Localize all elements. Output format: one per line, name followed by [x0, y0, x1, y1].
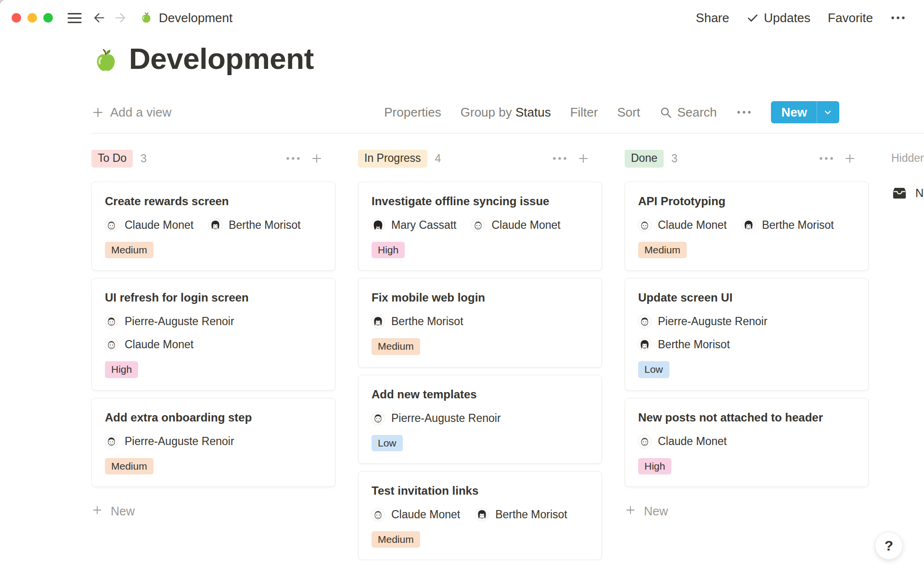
close-window-button[interactable] [12, 13, 21, 23]
card[interactable]: Create rewards screenClaude MonetBerthe … [91, 182, 335, 271]
assignee-name: Berthe Morisot [495, 508, 567, 521]
search-icon [659, 106, 672, 119]
card[interactable]: Add new templatesPierre-Auguste RenoirLo… [358, 375, 602, 464]
menu-icon[interactable] [67, 12, 82, 25]
assignee-name: Berthe Morisot [229, 219, 301, 232]
new-card-button[interactable]: New [91, 504, 335, 519]
column-actions [285, 152, 323, 165]
assignee-row: Claude MonetBerthe Morisot [638, 219, 855, 232]
avatar-man-dark-hair [105, 435, 118, 448]
card-title: Add extra onboarding step [105, 410, 322, 425]
assignee: Pierre-Auguste Renoir [638, 315, 768, 328]
window-controls [12, 13, 53, 23]
avatar-woman-dark-hair [372, 315, 385, 328]
page-emoji-green-apple-icon[interactable] [91, 46, 120, 75]
notion-window: Development Share Updates Favorite Devel… [0, 0, 924, 578]
column-cards: API PrototypingClaude MonetBerthe Moriso… [625, 182, 869, 487]
filter-button[interactable]: Filter [570, 105, 598, 120]
assignee-name: Pierre-Auguste Renoir [658, 315, 768, 328]
add-view-button[interactable]: Add a view [91, 105, 171, 120]
favorite-button[interactable]: Favorite [828, 11, 873, 26]
group-by-button[interactable]: Group by Status [461, 105, 551, 120]
avatar-man-short-hair [105, 338, 118, 351]
card[interactable]: New posts not attached to headerClaude M… [625, 398, 869, 487]
topbar-actions: Share Updates Favorite [696, 11, 906, 26]
new-card-label: New [111, 504, 135, 518]
search-button[interactable]: Search [659, 105, 717, 120]
zoom-window-button[interactable] [43, 13, 53, 23]
avatar-woman-dark-bob [372, 219, 385, 232]
hidden-group[interactable]: No Status [891, 185, 924, 201]
priority-badge: High [372, 242, 405, 258]
new-card-button[interactable]: New [625, 504, 869, 519]
assignee: Claude Monet [472, 219, 560, 232]
assignee-name: Pierre-Auguste Renoir [125, 435, 234, 448]
column-more-icon[interactable] [285, 156, 301, 161]
assignee-row: Berthe Morisot [638, 338, 855, 351]
card[interactable]: Update screen UIPierre-Auguste RenoirBer… [625, 278, 869, 390]
breadcrumb-page-title[interactable]: Development [159, 11, 232, 26]
help-button[interactable]: ? [875, 532, 903, 560]
forward-arrow-icon[interactable] [114, 11, 127, 25]
chevron-down-icon[interactable] [817, 101, 839, 123]
minimize-window-button[interactable] [27, 13, 37, 23]
assignee-row: Claude MonetBerthe Morisot [105, 219, 322, 232]
card-title: Investigate offline syncing issue [372, 194, 589, 209]
column-add-icon[interactable] [310, 152, 323, 165]
card[interactable]: API PrototypingClaude MonetBerthe Moriso… [625, 182, 869, 271]
page-title[interactable]: Development [129, 42, 314, 75]
avatar-man-short-hair [638, 219, 651, 232]
status-badge[interactable]: To Do [91, 150, 133, 168]
column-add-icon[interactable] [844, 152, 856, 165]
avatar-man-short-hair [472, 219, 485, 232]
card-title: Test invitation links [372, 484, 589, 498]
column-more-icon[interactable] [552, 156, 567, 161]
assignee: Berthe Morisot [372, 315, 463, 328]
column-actions [819, 152, 856, 165]
card-title: UI refresh for login screen [105, 290, 322, 305]
card[interactable]: UI refresh for login screenPierre-August… [91, 278, 335, 390]
new-card-label: New [644, 504, 668, 518]
assignee: Claude Monet [372, 508, 460, 521]
plus-icon [91, 106, 104, 119]
updates-button[interactable]: Updates [746, 11, 810, 26]
share-button[interactable]: Share [696, 11, 729, 26]
properties-button[interactable]: Properties [384, 105, 441, 120]
card[interactable]: Fix mobile web loginBerthe MorisotMedium [358, 278, 602, 367]
card[interactable]: Investigate offline syncing issueMary Ca… [358, 182, 602, 271]
priority-badge: High [638, 458, 671, 474]
plus-icon [91, 504, 103, 519]
back-arrow-icon[interactable] [92, 11, 106, 25]
assignee-name: Claude Monet [125, 338, 193, 351]
assignee-name: Claude Monet [491, 219, 560, 232]
assignee-row: Pierre-Auguste Renoir [638, 315, 855, 328]
column-cards: Create rewards screenClaude MonetBerthe … [91, 182, 335, 487]
add-view-label: Add a view [110, 105, 171, 120]
column-actions [552, 152, 590, 165]
new-button[interactable]: New [771, 101, 839, 123]
assignee-row: Claude Monet [105, 338, 322, 351]
column-count: 4 [435, 152, 441, 165]
column-more-icon[interactable] [819, 156, 834, 161]
assignee-row: Mary CassattClaude Monet [372, 219, 589, 232]
card[interactable]: Add extra onboarding stepPierre-Auguste … [91, 398, 335, 487]
column-cards: Investigate offline syncing issueMary Ca… [358, 182, 602, 560]
priority-badge: Low [372, 435, 403, 451]
more-options-icon[interactable] [890, 15, 906, 20]
status-badge[interactable]: In Progress [358, 150, 427, 168]
toolbar-more-icon[interactable] [736, 110, 752, 115]
status-badge[interactable]: Done [625, 150, 664, 168]
column-count: 3 [671, 152, 678, 165]
avatar-man-dark-hair [638, 315, 651, 328]
avatar-man-dark-hair [372, 412, 385, 425]
board-column-in-progress: In Progress4Investigate offline syncing … [358, 150, 602, 560]
priority-badge: Medium [372, 338, 420, 355]
avatar-man-short-hair [638, 435, 651, 448]
priority-badge: Medium [638, 242, 687, 258]
column-add-icon[interactable] [577, 152, 590, 165]
hidden-columns-label[interactable]: Hidden columns [891, 152, 924, 165]
card[interactable]: Test invitation linksClaude MonetBerthe … [358, 471, 602, 560]
sort-button[interactable]: Sort [617, 105, 640, 120]
assignee-name: Claude Monet [391, 508, 460, 521]
assignee-name: Pierre-Auguste Renoir [125, 315, 234, 328]
